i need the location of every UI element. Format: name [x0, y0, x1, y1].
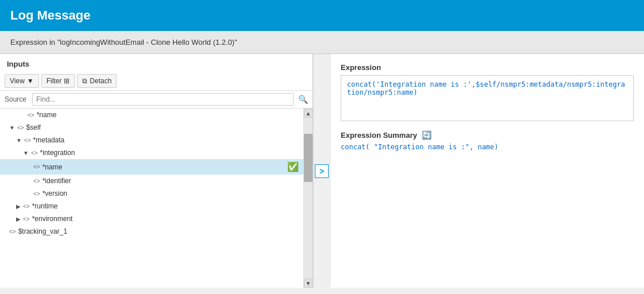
tree-node[interactable]: <> $tracking_var_1	[0, 225, 303, 238]
refresh-icon[interactable]: 🔄	[422, 130, 431, 140]
node-label: *name	[37, 111, 57, 119]
main-content: Inputs View ▼ Filter ⊞ ⧉ Detach Source 🔍	[0, 54, 644, 288]
subtitle-bar: Expression in "logIncomingWithoutEmail -…	[0, 31, 644, 54]
tree-node[interactable]: ▼ <> *metadata	[0, 134, 303, 146]
tree-node[interactable]: <> *name	[0, 109, 303, 121]
scroll-track	[304, 118, 313, 278]
element-icon: <>	[23, 203, 30, 210]
node-label: *version	[43, 189, 67, 198]
summary-title-row: Expression Summary 🔄	[341, 130, 634, 140]
expression-box[interactable]: concat('Integration name is :',$self/nsm…	[341, 75, 634, 121]
right-panel: Expression concat('Integration name is :…	[330, 54, 644, 288]
tree-scrollbar: ▲ ▼	[303, 109, 313, 288]
detach-button[interactable]: ⧉ Detach	[77, 74, 117, 88]
node-label: $self	[26, 123, 41, 131]
view-chevron-icon: ▼	[27, 77, 34, 85]
scroll-down-button[interactable]: ▼	[304, 278, 313, 288]
view-button[interactable]: View ▼	[5, 74, 39, 88]
source-row: Source 🔍	[0, 91, 313, 109]
detach-icon: ⧉	[82, 77, 87, 85]
node-label: *environment	[32, 215, 73, 223]
element-icon: <>	[33, 164, 40, 170]
detach-label: Detach	[90, 77, 111, 85]
tree-node[interactable]: <> *identifier	[0, 175, 303, 187]
element-icon: <>	[33, 178, 40, 184]
element-icon: <>	[17, 125, 24, 131]
node-label: *name	[43, 163, 63, 171]
page-header: Log Message	[0, 0, 644, 31]
insert-arrow-button[interactable]: >	[315, 164, 329, 178]
tree-node[interactable]: ▶ <> *runtime	[0, 200, 303, 212]
subtitle-text: Expression in "logIncomingWithoutEmail -…	[10, 38, 237, 47]
tree-node[interactable]: ▼ <> $self	[0, 121, 303, 134]
expression-text: concat('Integration name is :',$self/nsm…	[347, 80, 625, 96]
find-input[interactable]	[32, 93, 294, 106]
arrow-right-icon: >	[319, 167, 324, 176]
toolbar: View ▼ Filter ⊞ ⧉ Detach	[0, 72, 313, 91]
expression-title: Expression	[341, 63, 634, 72]
expression-section: Expression concat('Integration name is :…	[341, 63, 634, 121]
filter-icon: ⊞	[64, 77, 70, 85]
left-panel: Inputs View ▼ Filter ⊞ ⧉ Detach Source 🔍	[0, 54, 313, 288]
filter-label: Filter	[47, 77, 62, 85]
element-icon: <>	[31, 150, 38, 156]
element-icon: <>	[33, 191, 40, 197]
summary-text: concat( "Integration name is :", name)	[341, 143, 634, 151]
element-icon: <>	[24, 137, 31, 144]
expand-arrow-icon: ▶	[16, 203, 21, 210]
search-icon[interactable]: 🔍	[298, 95, 308, 104]
tree-node[interactable]: ▶ <> *environment	[0, 212, 303, 225]
node-label: *identifier	[43, 177, 71, 185]
summary-title: Expression Summary	[341, 131, 417, 140]
node-label: *metadata	[33, 136, 65, 144]
tree-content: <> *name ▼ <> $self ▼ <> *metadata	[0, 109, 303, 288]
node-label: *integration	[40, 149, 75, 157]
checkmark-icon: ✅	[287, 161, 299, 172]
scroll-up-button[interactable]: ▲	[304, 109, 313, 118]
middle-connector: >	[313, 54, 330, 288]
expand-arrow-icon: ▼	[16, 137, 22, 144]
tree-node[interactable]: ▼ <> *integration	[0, 146, 303, 159]
source-label: Source	[5, 95, 28, 103]
page-title: Log Message	[10, 8, 90, 22]
scroll-thumb[interactable]	[304, 134, 313, 182]
tree-node-selected[interactable]: <> *name ✅	[0, 159, 303, 175]
node-label: *runtime	[32, 202, 58, 210]
tree-area: <> *name ▼ <> $self ▼ <> *metadata	[0, 109, 313, 288]
expand-arrow-icon: ▶	[16, 216, 21, 222]
summary-section: Expression Summary 🔄 concat( "Integratio…	[341, 130, 634, 151]
node-label: $tracking_var_1	[18, 227, 67, 235]
view-label: View	[10, 77, 25, 85]
element-icon: <>	[23, 216, 30, 222]
element-icon: <>	[9, 229, 16, 235]
expand-arrow-icon: ▼	[23, 150, 29, 156]
element-icon: <>	[28, 112, 34, 118]
inputs-label: Inputs	[0, 60, 313, 72]
expand-arrow-icon: ▼	[9, 125, 15, 131]
tree-node[interactable]: <> *version	[0, 187, 303, 200]
filter-button[interactable]: Filter ⊞	[41, 74, 75, 88]
